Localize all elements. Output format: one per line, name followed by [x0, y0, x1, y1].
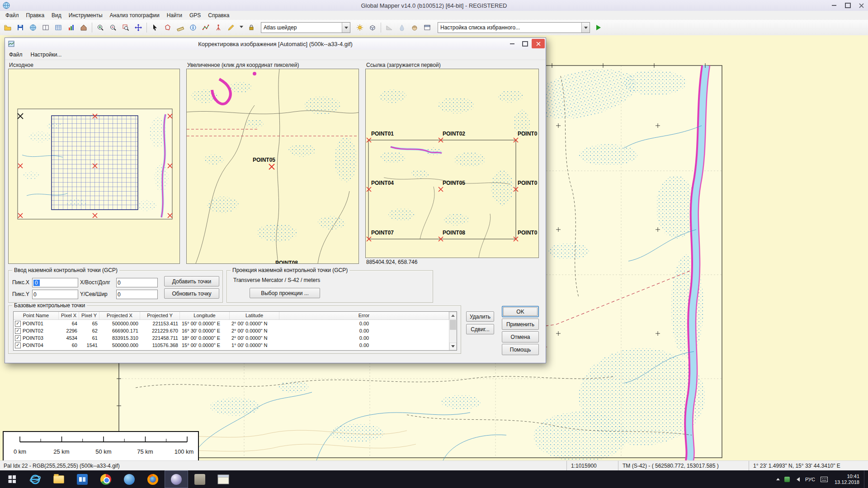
- taskbar-firefox[interactable]: [141, 470, 165, 488]
- taskbar-open-window[interactable]: [212, 470, 235, 488]
- source-image-panel[interactable]: [8, 69, 180, 264]
- reference-image-panel[interactable]: POINT01 POINT02 POINT0 POINT04 POINT05 P…: [365, 69, 539, 258]
- draw-dropdown-button[interactable]: [238, 22, 245, 33]
- taskbar-chrome[interactable]: [94, 470, 118, 488]
- dialog-close-button[interactable]: [532, 39, 545, 48]
- delete-point-button[interactable]: Удалить: [466, 311, 494, 322]
- tray-keyboard[interactable]: [818, 470, 830, 488]
- help-button[interactable]: Помощь: [502, 344, 539, 355]
- row-checkbox[interactable]: ✓: [15, 328, 21, 334]
- measure-button[interactable]: [175, 22, 186, 33]
- col-point-name[interactable]: Point Name: [14, 312, 59, 319]
- scrollbar-thumb[interactable]: [450, 320, 456, 330]
- menu-edit[interactable]: Правка: [23, 11, 48, 19]
- row-checkbox[interactable]: ✓: [15, 343, 21, 348]
- close-button[interactable]: [854, 0, 868, 11]
- table-row[interactable]: ✓POINT04 60 1541 500000.000 110576.368 1…: [14, 342, 449, 349]
- pixel-x-field[interactable]: 0: [32, 278, 78, 287]
- pan-button[interactable]: [132, 22, 144, 33]
- taskbar-app-tile[interactable]: [71, 470, 94, 488]
- shift-button[interactable]: Сдвиг...: [466, 324, 494, 334]
- taskbar-clock[interactable]: 10:41 13.12.2018: [830, 474, 864, 485]
- menu-search[interactable]: Найти: [163, 11, 186, 19]
- taskbar-app-gray[interactable]: [188, 470, 212, 488]
- shader-combobox[interactable]: Atlas шейдер: [261, 22, 350, 33]
- taskbar-global-mapper[interactable]: [165, 470, 188, 488]
- col-pixel-y[interactable]: Pixel Y: [79, 312, 99, 319]
- dialog-minimize-button[interactable]: [505, 39, 519, 48]
- menu-help[interactable]: Справка: [204, 11, 233, 19]
- show-desktop-button[interactable]: [864, 470, 868, 488]
- tray-status-icon[interactable]: [782, 470, 792, 488]
- slope-shader-button[interactable]: [383, 22, 395, 33]
- zoomed-image-panel[interactable]: POINT05 POINT08: [186, 69, 359, 264]
- overlay-control-button[interactable]: [52, 22, 64, 33]
- taskbar-file-explorer[interactable]: [47, 470, 71, 488]
- col-projected-y[interactable]: Projected Y: [140, 312, 180, 319]
- gps-button[interactable]: [212, 22, 224, 33]
- feature-info-button[interactable]: [187, 22, 199, 33]
- configuration-button[interactable]: [65, 22, 77, 33]
- ok-button[interactable]: OK: [502, 306, 539, 317]
- taskbar-ie[interactable]: [24, 470, 47, 488]
- zoom-in-button[interactable]: [94, 22, 106, 33]
- gcp-list[interactable]: Point Name Pixel X Pixel Y Projected X P…: [13, 311, 457, 351]
- dialog-menu-options[interactable]: Настройки...: [27, 51, 66, 59]
- tray-show-hidden-button[interactable]: [774, 470, 782, 488]
- language-indicator[interactable]: РУС: [802, 477, 818, 482]
- select-projection-button[interactable]: Выбор проекции ...: [250, 288, 320, 298]
- view-3d-button[interactable]: [367, 22, 378, 33]
- minimize-button[interactable]: [827, 0, 841, 11]
- path-profile-button[interactable]: [200, 22, 212, 33]
- open-file-button[interactable]: [2, 22, 14, 33]
- favorites-combobox[interactable]: Настройка списка избранного...: [438, 22, 590, 33]
- menu-view[interactable]: Вид: [48, 11, 65, 19]
- col-pixel-x[interactable]: Pixel X: [59, 312, 79, 319]
- update-point-button[interactable]: Обновить точку: [164, 288, 219, 299]
- online-data-button[interactable]: [27, 22, 39, 33]
- draw-button[interactable]: [225, 22, 237, 33]
- shader-dropdown[interactable]: [342, 23, 350, 33]
- dialog-menu-file[interactable]: Файл: [5, 51, 27, 59]
- dialog-maximize-button[interactable]: [519, 39, 532, 48]
- scroll-up-button[interactable]: [449, 312, 457, 319]
- gcp-list-header[interactable]: Point Name Pixel X Pixel Y Projected X P…: [14, 312, 449, 320]
- start-button[interactable]: [0, 470, 24, 488]
- zoom-out-button[interactable]: [107, 22, 119, 33]
- full-extent-button[interactable]: [120, 22, 132, 33]
- menu-terrain-analysis[interactable]: Анализ топографии: [106, 11, 163, 19]
- scrollbar-track[interactable]: [449, 330, 457, 343]
- row-checkbox[interactable]: ✓: [15, 335, 21, 341]
- apply-button[interactable]: Применить: [502, 319, 539, 330]
- scroll-down-button[interactable]: [449, 343, 457, 350]
- favorites-dropdown[interactable]: [581, 23, 590, 33]
- tray-volume[interactable]: [792, 470, 802, 488]
- table-scrollbar[interactable]: [449, 312, 457, 350]
- hillshade-button[interactable]: [354, 22, 366, 33]
- apply-favorite-button[interactable]: [593, 22, 604, 33]
- north-lat-field[interactable]: 0: [116, 290, 158, 299]
- east-lon-field[interactable]: 0: [116, 278, 158, 287]
- row-checkbox[interactable]: ✓: [15, 321, 21, 327]
- digitizer-button[interactable]: [162, 22, 174, 33]
- table-row[interactable]: ✓POINT03 4534 61 833915.310 221458.711 1…: [14, 334, 449, 342]
- dialog-titlebar[interactable]: Корректировка изображения [Automatic] (5…: [5, 38, 546, 50]
- table-row[interactable]: ✓POINT01 64 65 500000.000 221153.411 15°…: [14, 320, 449, 327]
- home-view-button[interactable]: [78, 22, 90, 33]
- add-point-button[interactable]: Добавить точки: [164, 276, 219, 286]
- col-latitude[interactable]: Latitude: [230, 312, 279, 319]
- pixel-y-field[interactable]: 0: [32, 290, 78, 299]
- menu-gps[interactable]: GPS: [186, 11, 204, 19]
- col-error[interactable]: Error: [279, 312, 449, 319]
- menu-tools[interactable]: Инструменты: [65, 11, 106, 19]
- map-workspace[interactable]: 0 km 25 km 50 km 75 km 100 km Корректиро…: [0, 35, 868, 460]
- map-layout-button[interactable]: [421, 22, 433, 33]
- table-row[interactable]: ✓POINT02 2296 62 666900.171 221229.670 1…: [14, 327, 449, 334]
- select-tool-button[interactable]: [149, 22, 161, 33]
- taskbar-media-app[interactable]: [118, 470, 141, 488]
- col-longitude[interactable]: Longitude: [180, 312, 230, 319]
- workspace-button[interactable]: [40, 22, 52, 33]
- cancel-button[interactable]: Отмена: [502, 331, 539, 343]
- lock-views-button[interactable]: [245, 22, 257, 33]
- grab-tool-button[interactable]: [409, 22, 420, 33]
